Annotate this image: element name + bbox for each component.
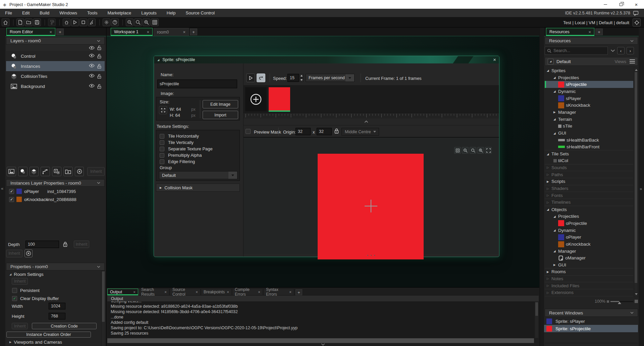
feedback-chat-icon[interactable] <box>633 11 639 16</box>
speed-mode-dropdown[interactable]: Frames per second <box>306 74 355 82</box>
output-tab-syntax-errors[interactable]: Syntax Errors× <box>263 289 294 295</box>
menu-marketplace[interactable]: Marketplace <box>102 9 136 17</box>
menu-layouts[interactable]: Layouts <box>136 9 162 17</box>
layer-row-CollisionTiles[interactable]: CollisionTiles <box>6 71 105 81</box>
layer-inherit-button[interactable]: Inherit <box>6 250 22 257</box>
lock-icon[interactable] <box>97 45 101 50</box>
add-asset-layer-button[interactable] <box>52 167 61 176</box>
menu-windows[interactable]: Windows <box>54 9 82 17</box>
tile-horizontally-checkbox[interactable] <box>160 134 164 139</box>
layer-tree-area[interactable] <box>6 91 105 167</box>
menu-help[interactable]: Help <box>162 9 181 17</box>
clear-inheritance-button[interactable] <box>24 249 33 257</box>
tree-expand-icon[interactable]: ▷ <box>547 201 551 204</box>
tree-expand-icon[interactable]: ▷ <box>547 166 551 169</box>
restore-button[interactable] <box>613 0 629 9</box>
canvas-pan-button[interactable] <box>454 147 461 154</box>
left-panel-scrollbar[interactable] <box>101 270 105 346</box>
output-tab-search-results[interactable]: Search Results× <box>139 289 169 295</box>
creation-code-inherit-button[interactable]: Inherit <box>12 323 28 329</box>
add-path-layer-button[interactable] <box>41 167 50 176</box>
tab-close-icon[interactable]: × <box>143 30 149 35</box>
menu-edit[interactable]: Edit <box>17 9 35 17</box>
eye-icon[interactable] <box>89 64 95 67</box>
tree-collapse-icon[interactable]: ◢ <box>547 69 551 72</box>
tree-collapse-icon[interactable]: ◢ <box>553 132 558 135</box>
tree-collapse-icon[interactable]: ◢ <box>547 152 551 156</box>
eye-icon[interactable] <box>89 84 95 88</box>
tree-collapse-icon[interactable]: ◢ <box>553 215 558 218</box>
project-root-row[interactable]: ◢ Default Views <box>545 57 638 66</box>
canvas-fullscreen-button[interactable] <box>485 147 492 154</box>
loop-animation-button[interactable] <box>257 73 265 82</box>
new-project-button[interactable] <box>16 18 24 26</box>
recent-window-Sprite-sProjectile[interactable]: Sprite: sProjectile <box>544 325 638 332</box>
tree-expand-icon[interactable]: ▶ <box>553 263 558 266</box>
clear-display-buffer-checkbox[interactable] <box>12 296 17 301</box>
instances-properties-header[interactable]: Instances Layer Properties - room0 <box>6 179 105 187</box>
add-add-folder-button[interactable] <box>63 167 73 176</box>
tile-vertically-checkbox[interactable] <box>160 140 164 145</box>
tree-item-Timelines[interactable]: ▷Timelines <box>545 199 633 206</box>
tab-close-icon[interactable]: × <box>164 290 167 294</box>
search-prev-button[interactable]: ‹ <box>617 47 625 54</box>
add-frame-button[interactable] <box>245 87 267 111</box>
run-button[interactable] <box>71 18 79 26</box>
tree-item-oProjectile[interactable]: oProjectile <box>545 220 633 227</box>
canvas-zoom-out-button[interactable] <box>462 147 469 154</box>
collision-mask-section[interactable]: ▶ Collision Mask <box>156 184 240 192</box>
tree-item-sKnockback[interactable]: sKnockback <box>545 102 633 109</box>
separate-texture-page-checkbox[interactable] <box>160 147 164 151</box>
tree-item-GUI[interactable]: ◢GUI <box>545 130 633 137</box>
tab-close-icon[interactable]: × <box>289 290 291 294</box>
tree-item-Objects[interactable]: ◢Objects <box>545 206 633 213</box>
tree-item-Rooms[interactable]: ▶Rooms <box>545 268 633 276</box>
add-delete-layer-button[interactable] <box>75 167 84 176</box>
build-target-info[interactable]: Test | Local | VM | Default | default <box>563 20 629 25</box>
tree-item-Extensions[interactable]: ▷Extensions <box>545 289 633 296</box>
tree-expand-icon[interactable]: ▶ <box>547 180 551 183</box>
texture-group-dropdown[interactable]: Default <box>159 171 237 179</box>
depth-inherit-button[interactable]: Inherit <box>74 241 89 248</box>
resize-sprite-button[interactable] <box>159 106 167 114</box>
stop-button[interactable] <box>79 18 87 26</box>
tree-expand-icon[interactable]: ▶ <box>553 110 558 114</box>
room-settings-title[interactable]: ◢ Room Settings <box>9 272 44 277</box>
tab-workspace-1[interactable]: Workspace 1× <box>111 28 153 36</box>
tree-expand-icon[interactable]: ▷ <box>547 173 551 176</box>
sprite-window-titlebar[interactable]: ◢ Sprite: sProjectile × <box>154 56 499 63</box>
tree-item-sProjectile[interactable]: sProjectile <box>545 81 633 88</box>
add-tab-button[interactable]: + <box>56 29 64 35</box>
tree-collapse-icon[interactable]: ◢ <box>553 117 558 121</box>
tree-expand-icon[interactable]: ▷ <box>547 277 551 280</box>
search-options-icon[interactable] <box>610 49 615 52</box>
persistent-checkbox[interactable] <box>12 288 17 293</box>
timeline-ruler[interactable] <box>244 113 499 118</box>
search-box[interactable] <box>545 47 608 55</box>
tree-item-sHealthBarFront[interactable]: sHealthBarFront <box>545 144 633 151</box>
debug-button[interactable] <box>63 18 70 26</box>
dock-collapse-icon[interactable] <box>321 343 325 346</box>
tree-expand-icon[interactable]: ▷ <box>547 284 551 287</box>
recent-window-Sprite-sPlayer[interactable]: Sprite: sPlayer <box>544 317 638 325</box>
right-dock-collapse-strip[interactable]: » <box>639 28 644 346</box>
canvas-zoom-actual-button[interactable] <box>470 147 476 154</box>
tree-item-Projectiles[interactable]: ◢Projectiles <box>545 213 633 220</box>
eye-icon[interactable] <box>89 46 95 50</box>
left-dock-collapse-strip[interactable]: « <box>0 28 5 346</box>
origin-y-input[interactable] <box>317 128 332 135</box>
tree-item-sHealthBarBack[interactable]: sHealthBarBack <box>545 137 633 144</box>
zoom-in-button[interactable] <box>143 18 150 26</box>
tab-room-editor[interactable]: Room Editor × <box>6 28 55 36</box>
clean-button[interactable] <box>88 18 96 26</box>
instance-row-oPlayer[interactable]: oPlayer inst_10847395 <box>6 187 105 195</box>
tab-resources[interactable]: Resources × <box>546 28 594 36</box>
depth-input[interactable] <box>25 241 59 248</box>
sprite-window-close-icon[interactable]: × <box>493 57 496 62</box>
origin-x-input[interactable] <box>296 128 311 135</box>
viewports-section-title[interactable]: ▶ Viewports and Cameras <box>9 340 62 345</box>
recent-windows-header[interactable]: Recent Windows <box>545 309 638 317</box>
resources-scrollbar[interactable] <box>634 67 638 297</box>
add-output-tab-button[interactable]: + <box>296 289 302 295</box>
target-manager-button[interactable] <box>633 18 641 27</box>
